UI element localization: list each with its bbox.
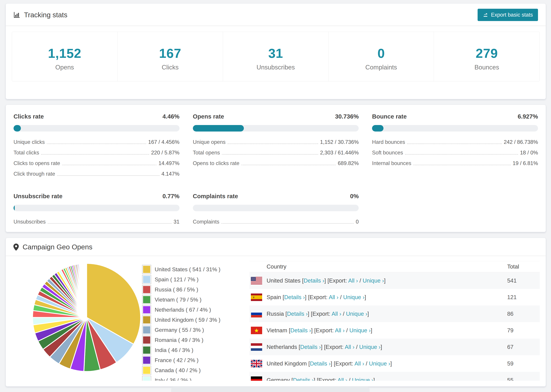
summary-stat-complaints: 0Complaints <box>329 32 434 81</box>
details-link[interactable]: Details › <box>290 327 311 334</box>
legend-swatch <box>143 336 150 343</box>
legend-swatch <box>143 347 150 354</box>
legend-label: Romania ( 49 / 3% ) <box>155 337 204 343</box>
details-link[interactable]: Details › <box>284 294 305 300</box>
export-unique-link[interactable]: Unique › <box>343 294 365 300</box>
table-row-us: United States [Details ›] [Export: All ›… <box>249 272 540 289</box>
stat-row: Click through rate4.147% <box>14 171 179 177</box>
total-value: 121 <box>507 294 540 301</box>
export-all-link[interactable]: All › <box>335 327 345 334</box>
export-unique-link[interactable]: Unique › <box>346 311 367 317</box>
progress-fill <box>14 125 21 132</box>
legend-item: Netherlands ( 67 / 4% ) <box>143 306 239 313</box>
export-prefix: [Export: <box>334 360 353 367</box>
export-unique-link[interactable]: Unique › <box>359 344 381 350</box>
export-all-link[interactable]: All › <box>345 344 354 350</box>
export-basic-stats-button[interactable]: Export basic stats <box>478 9 538 21</box>
export-unique-link[interactable]: Unique › <box>352 377 373 381</box>
progress-bar <box>193 125 359 132</box>
stat-row-value: 167 / 4.456% <box>148 139 179 145</box>
legend-swatch <box>143 306 150 313</box>
stat-value: 167 <box>118 46 223 61</box>
geo-body: United States ( 541 / 31% )Spain ( 121 /… <box>6 256 546 381</box>
export-unique-link[interactable]: Unique › <box>349 327 371 334</box>
summary-stat-clicks: 167Clicks <box>118 32 223 81</box>
legend-item: France ( 42 / 2% ) <box>143 357 239 364</box>
details-link[interactable]: Details › <box>304 277 324 284</box>
rate-value: 0.77% <box>162 193 179 200</box>
stat-row-value: 0 <box>356 219 359 225</box>
legend-item: Spain ( 121 / 7% ) <box>143 276 239 283</box>
stat-label: Unsubscribes <box>223 64 328 71</box>
rate-title: Clicks rate <box>14 113 44 120</box>
summary-stats: 1,152Opens167Clicks31Unsubscribes0Compla… <box>12 32 540 81</box>
export-all-link[interactable]: All › <box>348 277 358 284</box>
geo-title: Campaign Geo Opens <box>23 243 92 251</box>
table-row-vn: Vietnam [Details ›] [Export: All › / Uni… <box>249 322 540 339</box>
geo-pie-chart[interactable] <box>30 261 143 374</box>
legend-swatch <box>143 377 150 381</box>
dotted-leader <box>62 165 156 165</box>
stat-value: 279 <box>434 46 540 61</box>
stat-row: Internal bounces19 / 6.81% <box>372 160 538 166</box>
stat-row-label: Opens to clicks rate <box>193 160 239 166</box>
legend-item: United Kingdom ( 59 / 3% ) <box>143 316 239 323</box>
stat-row: Unsubscribes31 <box>14 219 179 225</box>
stat-row-value: 14.497% <box>158 160 179 166</box>
legend-label: United Kingdom ( 59 / 3% ) <box>155 317 220 323</box>
pie-slice-other[interactable] <box>86 263 87 317</box>
stat-row-label: Internal bounces <box>372 160 411 166</box>
export-all-link[interactable]: All › <box>332 311 341 317</box>
rate-title: Complaints rate <box>193 193 238 200</box>
legend-item: Canada ( 40 / 2% ) <box>143 367 239 374</box>
rate-value: 6.927% <box>518 113 538 120</box>
page: Tracking stats Export basic stats 1,152O… <box>0 0 551 392</box>
flag-vn-icon <box>249 327 267 334</box>
total-value: 67 <box>507 344 540 350</box>
campaign-geo-opens-card: Campaign Geo Opens United States ( 541 /… <box>6 238 546 386</box>
country-name: Netherlands <box>267 344 297 350</box>
details-link[interactable]: Details › <box>287 311 308 317</box>
export-all-link[interactable]: All › <box>354 360 364 367</box>
stat-row-label: Unsubscribes <box>14 219 46 225</box>
export-unique-link[interactable]: Unique › <box>363 277 384 284</box>
legend-swatch <box>143 367 150 374</box>
dotted-leader <box>41 154 149 155</box>
tracking-stats-card: Tracking stats Export basic stats 1,152O… <box>6 3 546 99</box>
flag-ru-icon <box>249 310 267 318</box>
legend-label: India ( 46 / 3% ) <box>155 347 193 353</box>
export-all-link[interactable]: All › <box>338 377 347 381</box>
dotted-leader <box>222 154 318 155</box>
export-unique-link[interactable]: Unique › <box>369 360 390 367</box>
legend-swatch <box>143 286 150 293</box>
country-name: United Kingdom <box>267 360 307 367</box>
details-link[interactable]: Details › <box>310 360 331 367</box>
legend-item: Romania ( 49 / 3% ) <box>143 336 239 343</box>
export-prefix: [Export: <box>311 311 330 317</box>
details-link[interactable]: Details › <box>300 344 321 350</box>
legend-label: France ( 42 / 2% ) <box>155 357 198 364</box>
export-prefix: [Export: <box>317 377 336 381</box>
dotted-leader <box>228 143 318 144</box>
progress-fill <box>14 205 15 211</box>
stat-row: Soft bounces18 / 0% <box>372 150 538 156</box>
rate-value: 0% <box>350 193 359 200</box>
export-all-link[interactable]: All › <box>329 294 339 300</box>
table-row-de: Germany [Details ›] [Export: All › / Uni… <box>249 372 540 381</box>
tracking-stats-header: Tracking stats Export basic stats <box>6 4 546 26</box>
country-name: Spain <box>267 294 281 300</box>
page-title: Tracking stats <box>24 11 67 19</box>
stat-row-value: 220 / 5.87% <box>151 150 179 156</box>
stat-row-label: Hard bounces <box>372 139 405 145</box>
rate-value: 4.46% <box>162 113 179 120</box>
legend-swatch <box>143 296 150 303</box>
legend-label: Netherlands ( 67 / 4% ) <box>155 307 211 313</box>
summary-stat-unsubscribes: 31Unsubscribes <box>223 32 329 81</box>
details-link[interactable]: Details › <box>293 377 314 381</box>
dotted-leader <box>405 154 518 155</box>
stat-label: Opens <box>12 64 117 71</box>
legend-item: Russia ( 86 / 5% ) <box>143 286 239 293</box>
stat-row-value: 4.147% <box>162 171 179 177</box>
rate-block-unsubscribe-rate: Unsubscribe rate0.77%Unsubscribes31 <box>14 193 179 229</box>
flag-es-icon <box>249 294 267 301</box>
